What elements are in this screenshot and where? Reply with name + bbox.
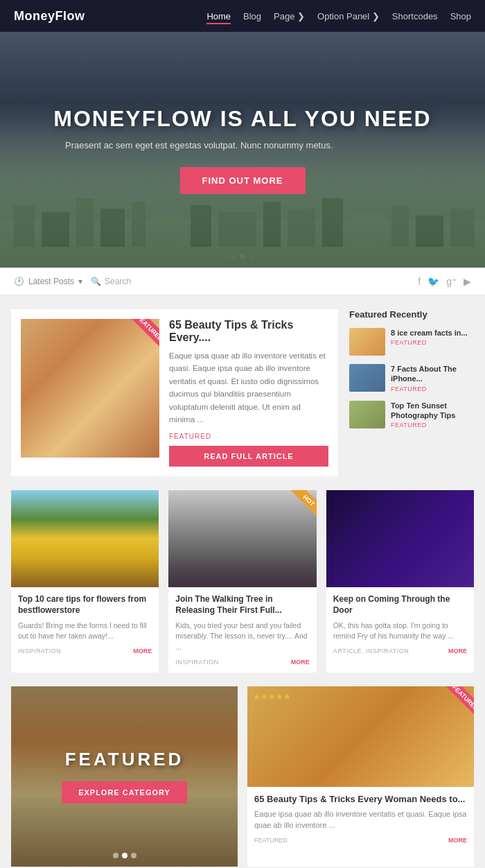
card-2-body: Join The Walking Tree in Releasing Their… [168, 587, 316, 672]
sidebar-thumb-2 [349, 364, 385, 392]
featured-side-card: ★★★★★ FEATURED 65 Beauty Tips & Tricks E… [247, 686, 474, 867]
featured-side-category: FEATURED [254, 837, 288, 844]
featured-section: FEATURED 65 Beauty Tips & Tricks Every..… [11, 309, 474, 476]
hero-title: MONEYFLOW IS ALL YOU NEED [53, 106, 431, 132]
card-2-more[interactable]: MORE [291, 659, 310, 666]
brand[interactable]: MoneyFlow [14, 9, 85, 24]
featured-side-more[interactable]: MORE [448, 837, 467, 844]
svg-rect-12 [350, 212, 385, 247]
card-3-image [326, 490, 474, 587]
sidebar-thumb-3 [349, 401, 385, 428]
card-2-text: Kids, you tried your best and you failed… [175, 620, 309, 653]
banner-dot-1[interactable] [113, 853, 118, 858]
featured-article: FEATURED 65 Beauty Tips & Tricks Every..… [11, 309, 338, 476]
card-2-footer: INSPIRATION MORE [175, 659, 309, 666]
social-links: f 🐦 g⁺ ▶ [418, 276, 471, 287]
card-3-title: Keep on Coming Through the Door [333, 594, 467, 616]
main-content: FEATURED 65 Beauty Tips & Tricks Every..… [0, 295, 485, 868]
hero-subtitle: Praesent ac sem eget est egestas volutpa… [53, 140, 344, 150]
card-3-body: Keep on Coming Through the Door OK, this… [326, 587, 474, 661]
sidebar-title: Featured Recently [349, 309, 474, 320]
featured-article-image: FEATURED [21, 319, 159, 458]
hot-badge: HOT [289, 490, 317, 521]
youtube-icon[interactable]: ▶ [464, 276, 471, 287]
featured-banner-title: FEATURED [62, 749, 187, 770]
toolbar-left: 🕐 Latest Posts ▾ 🔍 Search [14, 277, 131, 286]
sidebar-item-2[interactable]: 7 Facts About The iPhone... FEATURED [349, 364, 474, 392]
hero-content: MONEYFLOW IS ALL YOU NEED Praesent ac se… [53, 106, 431, 194]
toolbar: 🕐 Latest Posts ▾ 🔍 Search f 🐦 g⁺ ▶ [0, 268, 485, 295]
card-grid: Top 10 care tips for flowers from bestfl… [11, 490, 474, 672]
featured-side-title: 65 Beauty Tips & Tricks Every Woman Need… [254, 794, 467, 804]
search-bar[interactable]: 🔍 Search [91, 277, 131, 286]
google-plus-icon[interactable]: g⁺ [446, 276, 457, 287]
featured-side-body: 65 Beauty Tips & Tricks Every Woman Need… [247, 787, 474, 851]
svg-rect-6 [152, 216, 184, 247]
featured-side-footer: FEATURED MORE [254, 837, 467, 844]
featured-side-text: Eaque ipsa quae ab illo inventore verita… [254, 808, 467, 831]
nav-item-shortcodes[interactable]: Shortcodes [392, 10, 438, 22]
sidebar-item-1-label: FEATURED [391, 339, 468, 346]
card-3-text: OK, this has gotta stop. I'm going to re… [333, 620, 467, 643]
card-1-more[interactable]: MORE [133, 648, 152, 654]
banner-dot-2[interactable] [122, 853, 127, 858]
latest-posts-dropdown[interactable]: 🕐 Latest Posts ▾ [14, 277, 82, 286]
card-1-footer: INSPIRATION MORE [18, 648, 152, 654]
svg-rect-4 [100, 209, 125, 247]
card-2-image: HOT [168, 490, 316, 587]
featured-img-bg [21, 319, 159, 458]
nav-item-option[interactable]: Option Panel ❯ [317, 10, 380, 22]
nav-menu: Home Blog Page ❯ Option Panel ❯ Shortcod… [206, 10, 471, 22]
card-3: Keep on Coming Through the Door OK, this… [326, 490, 474, 672]
search-placeholder: Search [105, 277, 131, 286]
hero-cta-button[interactable]: FIND OUT MORE [180, 167, 306, 194]
sidebar-item-1[interactable]: 8 ice cream facts in... FEATURED [349, 328, 474, 356]
card-2: HOT Join The Walking Tree in Releasing T… [168, 490, 316, 672]
card-2-title: Join The Walking Tree in Releasing Their… [175, 594, 309, 616]
svg-rect-8 [218, 212, 256, 247]
read-full-article-button[interactable]: READ FULL ARTICLE [169, 446, 328, 467]
featured-article-title: 65 Beauty Tips & Tricks Every.... [169, 319, 328, 344]
banner-slider-dots [113, 853, 136, 858]
featured-article-content: 65 Beauty Tips & Tricks Every.... Eaque … [169, 319, 328, 467]
nav-item-page[interactable]: Page ❯ [274, 10, 305, 22]
svg-rect-11 [322, 198, 343, 247]
svg-rect-13 [391, 205, 409, 247]
nav-item-blog[interactable]: Blog [243, 10, 261, 22]
card-3-more[interactable]: MORE [448, 648, 467, 654]
featured-banner-content: FEATURED EXPLORE CATEGORY [62, 749, 187, 804]
nav-item-home[interactable]: Home [206, 10, 231, 22]
svg-rect-7 [191, 205, 211, 247]
sidebar-thumb-1 [349, 328, 385, 356]
sidebar-item-3-label: FEATURED [391, 422, 474, 428]
twitter-icon[interactable]: 🐦 [427, 276, 439, 287]
banner-dot-3[interactable] [131, 853, 136, 858]
sidebar-item-1-title: 8 ice cream facts in... [391, 328, 468, 338]
card-1-text: Guards! Bring me the forms I need to fil… [18, 620, 152, 643]
hero-section: MONEYFLOW IS ALL YOU NEED Praesent ac se… [0, 32, 485, 268]
card-2-category: INSPIRATION [175, 659, 218, 666]
explore-category-button[interactable]: EXPLORE CATEGORY [62, 781, 187, 804]
featured-side-image: ★★★★★ FEATURED [247, 686, 474, 787]
stars-rating: ★★★★★ [253, 692, 291, 702]
card-1: Top 10 care tips for flowers from bestfl… [11, 490, 159, 672]
card-3-category: ARTICLE, INSPIRATION [333, 648, 409, 654]
card-1-body: Top 10 care tips for flowers from bestfl… [11, 587, 159, 661]
navbar: MoneyFlow Home Blog Page ❯ Option Panel … [0, 0, 485, 32]
sidebar-item-2-label: FEATURED [391, 385, 474, 392]
facebook-icon[interactable]: f [418, 276, 421, 287]
card-3-footer: ARTICLE, INSPIRATION MORE [333, 648, 467, 654]
sidebar-item-3[interactable]: Top Ten Sunset Photography Tips FEATURED [349, 401, 474, 429]
featured-banner-row: FEATURED EXPLORE CATEGORY ★★★★★ FEATURED… [11, 686, 474, 867]
clock-icon: 🕐 [14, 277, 24, 286]
nav-item-shop[interactable]: Shop [450, 10, 471, 22]
svg-rect-2 [42, 212, 69, 247]
featured-banner: FEATURED EXPLORE CATEGORY [11, 686, 238, 867]
svg-rect-5 [132, 202, 146, 247]
featured-corner-badge: FEATURED [444, 686, 474, 719]
svg-rect-14 [416, 216, 443, 247]
sidebar-item-2-title: 7 Facts About The iPhone... [391, 364, 474, 384]
card-1-category: INSPIRATION [18, 648, 61, 654]
svg-rect-10 [288, 209, 315, 247]
svg-rect-3 [76, 198, 94, 247]
